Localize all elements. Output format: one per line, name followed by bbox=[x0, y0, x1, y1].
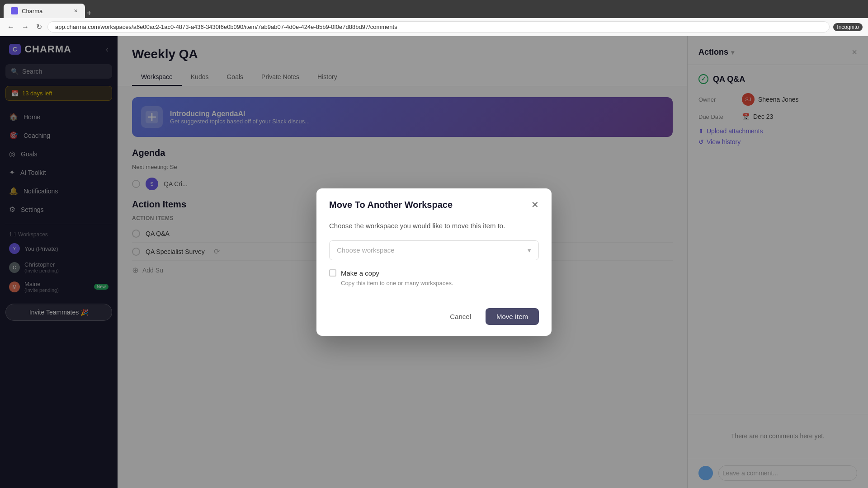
tab-close-button[interactable]: ✕ bbox=[74, 8, 78, 14]
make-copy-checkbox[interactable] bbox=[329, 269, 336, 277]
modal-footer: Cancel Move Item bbox=[316, 301, 552, 336]
new-tab-button[interactable]: + bbox=[87, 9, 92, 18]
move-item-button[interactable]: Move Item bbox=[486, 308, 539, 325]
modal-description: Choose the workspace you would like to m… bbox=[329, 221, 539, 231]
modal-body: Choose the workspace you would like to m… bbox=[316, 217, 552, 301]
modal-header: Move To Another Workspace ✕ bbox=[316, 188, 552, 217]
browser-controls: Incognito bbox=[833, 23, 863, 31]
browser-tab[interactable]: Charma ✕ bbox=[4, 4, 85, 18]
browser-navbar: ← → ↻ app.charma.com/workspaces/a6e00ac2… bbox=[0, 18, 868, 36]
make-copy-section: Make a copy Copy this item to one or man… bbox=[329, 269, 539, 286]
tab-title: Charma bbox=[22, 8, 42, 14]
back-button[interactable]: ← bbox=[5, 21, 16, 33]
workspace-dropdown[interactable]: Choose workspace ▾ bbox=[329, 240, 539, 260]
make-copy-label: Make a copy bbox=[341, 269, 379, 277]
modal-overlay: Move To Another Workspace ✕ Choose the w… bbox=[0, 36, 868, 488]
forward-button[interactable]: → bbox=[20, 21, 31, 33]
incognito-label: Incognito bbox=[833, 23, 863, 31]
modal-close-button[interactable]: ✕ bbox=[531, 199, 539, 210]
move-workspace-modal: Move To Another Workspace ✕ Choose the w… bbox=[316, 188, 552, 336]
make-copy-row: Make a copy bbox=[329, 269, 539, 277]
cancel-button[interactable]: Cancel bbox=[441, 308, 480, 325]
favicon bbox=[11, 7, 18, 14]
chevron-down-icon: ▾ bbox=[528, 246, 531, 254]
workspace-dropdown-placeholder: Choose workspace bbox=[337, 246, 395, 254]
address-bar[interactable]: app.charma.com/workspaces/a6e00ac2-1ac0-… bbox=[47, 21, 830, 33]
reload-button[interactable]: ↻ bbox=[34, 21, 44, 33]
make-copy-sub: Copy this item to one or many workspaces… bbox=[329, 280, 539, 286]
modal-title: Move To Another Workspace bbox=[329, 200, 453, 210]
url-text: app.charma.com/workspaces/a6e00ac2-1ac0-… bbox=[55, 23, 397, 30]
